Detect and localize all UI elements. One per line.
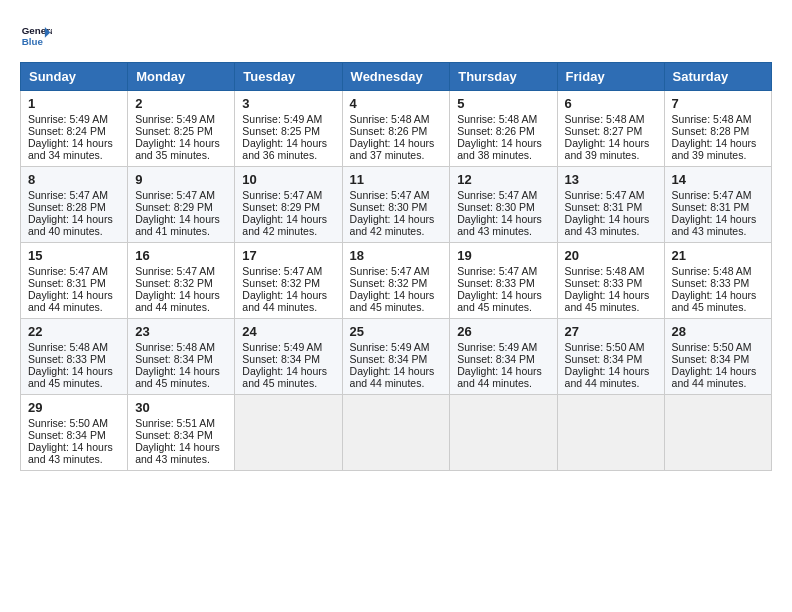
day-number: 12 xyxy=(457,172,549,187)
day-number: 18 xyxy=(350,248,443,263)
sunset: Sunset: 8:34 PM xyxy=(242,353,320,365)
calendar-day-cell: 16Sunrise: 5:47 AMSunset: 8:32 PMDayligh… xyxy=(128,243,235,319)
day-number: 14 xyxy=(672,172,764,187)
day-number: 6 xyxy=(565,96,657,111)
sunrise: Sunrise: 5:47 AM xyxy=(350,189,430,201)
calendar-day-cell: 18Sunrise: 5:47 AMSunset: 8:32 PMDayligh… xyxy=(342,243,450,319)
calendar: SundayMondayTuesdayWednesdayThursdayFrid… xyxy=(20,62,772,471)
sunrise: Sunrise: 5:50 AM xyxy=(565,341,645,353)
sunset: Sunset: 8:34 PM xyxy=(565,353,643,365)
sunrise: Sunrise: 5:47 AM xyxy=(135,189,215,201)
sunset: Sunset: 8:34 PM xyxy=(135,429,213,441)
day-number: 2 xyxy=(135,96,227,111)
sunset: Sunset: 8:34 PM xyxy=(672,353,750,365)
calendar-week-row: 8Sunrise: 5:47 AMSunset: 8:28 PMDaylight… xyxy=(21,167,772,243)
calendar-week-row: 1Sunrise: 5:49 AMSunset: 8:24 PMDaylight… xyxy=(21,91,772,167)
sunrise: Sunrise: 5:47 AM xyxy=(350,265,430,277)
daylight: Daylight: 14 hours and 45 minutes. xyxy=(28,365,113,389)
sunset: Sunset: 8:28 PM xyxy=(672,125,750,137)
daylight: Daylight: 14 hours and 43 minutes. xyxy=(672,213,757,237)
sunrise: Sunrise: 5:49 AM xyxy=(242,341,322,353)
calendar-week-row: 29Sunrise: 5:50 AMSunset: 8:34 PMDayligh… xyxy=(21,395,772,471)
sunrise: Sunrise: 5:47 AM xyxy=(457,265,537,277)
day-number: 29 xyxy=(28,400,120,415)
day-number: 3 xyxy=(242,96,334,111)
daylight: Daylight: 14 hours and 45 minutes. xyxy=(242,365,327,389)
day-number: 22 xyxy=(28,324,120,339)
sunset: Sunset: 8:31 PM xyxy=(672,201,750,213)
day-number: 21 xyxy=(672,248,764,263)
svg-text:Blue: Blue xyxy=(22,36,44,47)
sunset: Sunset: 8:34 PM xyxy=(135,353,213,365)
sunset: Sunset: 8:30 PM xyxy=(457,201,535,213)
sunset: Sunset: 8:29 PM xyxy=(135,201,213,213)
calendar-day-cell: 19Sunrise: 5:47 AMSunset: 8:33 PMDayligh… xyxy=(450,243,557,319)
weekday-header-cell: Thursday xyxy=(450,63,557,91)
header: General Blue xyxy=(20,20,772,52)
calendar-week-row: 22Sunrise: 5:48 AMSunset: 8:33 PMDayligh… xyxy=(21,319,772,395)
weekday-header-cell: Monday xyxy=(128,63,235,91)
daylight: Daylight: 14 hours and 44 minutes. xyxy=(565,365,650,389)
calendar-day-cell: 22Sunrise: 5:48 AMSunset: 8:33 PMDayligh… xyxy=(21,319,128,395)
daylight: Daylight: 14 hours and 42 minutes. xyxy=(242,213,327,237)
sunset: Sunset: 8:26 PM xyxy=(350,125,428,137)
sunset: Sunset: 8:33 PM xyxy=(672,277,750,289)
calendar-day-cell: 1Sunrise: 5:49 AMSunset: 8:24 PMDaylight… xyxy=(21,91,128,167)
calendar-day-cell: 7Sunrise: 5:48 AMSunset: 8:28 PMDaylight… xyxy=(664,91,771,167)
daylight: Daylight: 14 hours and 44 minutes. xyxy=(350,365,435,389)
day-number: 16 xyxy=(135,248,227,263)
weekday-header-cell: Wednesday xyxy=(342,63,450,91)
calendar-day-cell xyxy=(235,395,342,471)
sunset: Sunset: 8:25 PM xyxy=(242,125,320,137)
sunset: Sunset: 8:31 PM xyxy=(28,277,106,289)
calendar-day-cell: 14Sunrise: 5:47 AMSunset: 8:31 PMDayligh… xyxy=(664,167,771,243)
daylight: Daylight: 14 hours and 43 minutes. xyxy=(565,213,650,237)
sunrise: Sunrise: 5:51 AM xyxy=(135,417,215,429)
sunrise: Sunrise: 5:48 AM xyxy=(565,113,645,125)
calendar-day-cell: 10Sunrise: 5:47 AMSunset: 8:29 PMDayligh… xyxy=(235,167,342,243)
calendar-day-cell: 20Sunrise: 5:48 AMSunset: 8:33 PMDayligh… xyxy=(557,243,664,319)
daylight: Daylight: 14 hours and 35 minutes. xyxy=(135,137,220,161)
day-number: 20 xyxy=(565,248,657,263)
sunset: Sunset: 8:29 PM xyxy=(242,201,320,213)
calendar-day-cell: 27Sunrise: 5:50 AMSunset: 8:34 PMDayligh… xyxy=(557,319,664,395)
daylight: Daylight: 14 hours and 41 minutes. xyxy=(135,213,220,237)
daylight: Daylight: 14 hours and 45 minutes. xyxy=(350,289,435,313)
sunset: Sunset: 8:32 PM xyxy=(350,277,428,289)
sunset: Sunset: 8:33 PM xyxy=(28,353,106,365)
sunset: Sunset: 8:27 PM xyxy=(565,125,643,137)
sunrise: Sunrise: 5:48 AM xyxy=(672,265,752,277)
day-number: 27 xyxy=(565,324,657,339)
day-number: 15 xyxy=(28,248,120,263)
sunset: Sunset: 8:32 PM xyxy=(242,277,320,289)
logo-icon: General Blue xyxy=(20,20,52,52)
sunrise: Sunrise: 5:47 AM xyxy=(28,189,108,201)
day-number: 11 xyxy=(350,172,443,187)
calendar-day-cell xyxy=(664,395,771,471)
daylight: Daylight: 14 hours and 44 minutes. xyxy=(457,365,542,389)
day-number: 28 xyxy=(672,324,764,339)
day-number: 8 xyxy=(28,172,120,187)
calendar-day-cell: 9Sunrise: 5:47 AMSunset: 8:29 PMDaylight… xyxy=(128,167,235,243)
calendar-day-cell xyxy=(342,395,450,471)
daylight: Daylight: 14 hours and 37 minutes. xyxy=(350,137,435,161)
sunset: Sunset: 8:34 PM xyxy=(28,429,106,441)
sunrise: Sunrise: 5:47 AM xyxy=(565,189,645,201)
calendar-day-cell: 24Sunrise: 5:49 AMSunset: 8:34 PMDayligh… xyxy=(235,319,342,395)
calendar-day-cell: 11Sunrise: 5:47 AMSunset: 8:30 PMDayligh… xyxy=(342,167,450,243)
calendar-day-cell: 4Sunrise: 5:48 AMSunset: 8:26 PMDaylight… xyxy=(342,91,450,167)
day-number: 13 xyxy=(565,172,657,187)
sunset: Sunset: 8:33 PM xyxy=(565,277,643,289)
daylight: Daylight: 14 hours and 45 minutes. xyxy=(135,365,220,389)
day-number: 1 xyxy=(28,96,120,111)
calendar-day-cell: 8Sunrise: 5:47 AMSunset: 8:28 PMDaylight… xyxy=(21,167,128,243)
weekday-header-row: SundayMondayTuesdayWednesdayThursdayFrid… xyxy=(21,63,772,91)
daylight: Daylight: 14 hours and 43 minutes. xyxy=(457,213,542,237)
sunrise: Sunrise: 5:49 AM xyxy=(135,113,215,125)
day-number: 30 xyxy=(135,400,227,415)
daylight: Daylight: 14 hours and 44 minutes. xyxy=(28,289,113,313)
sunrise: Sunrise: 5:47 AM xyxy=(135,265,215,277)
weekday-header-cell: Sunday xyxy=(21,63,128,91)
day-number: 19 xyxy=(457,248,549,263)
daylight: Daylight: 14 hours and 39 minutes. xyxy=(672,137,757,161)
